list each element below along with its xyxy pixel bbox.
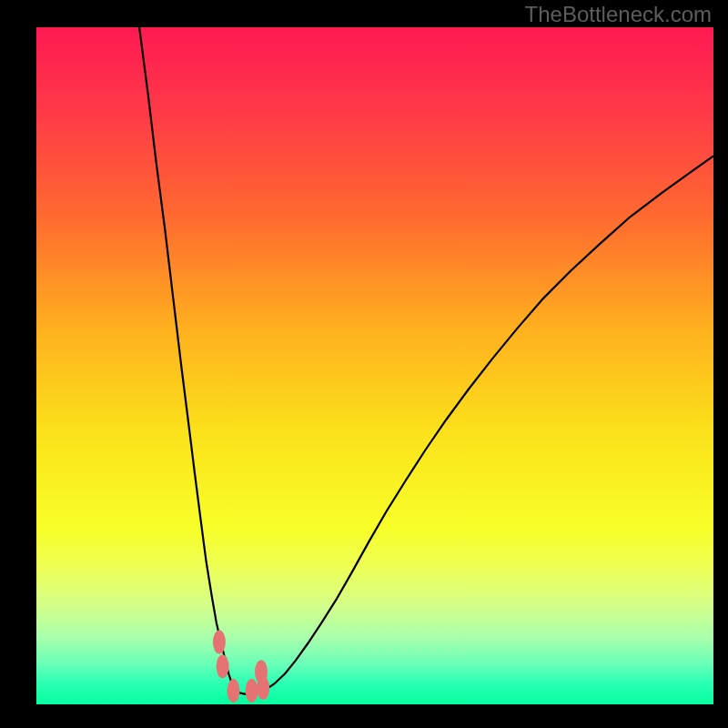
bottleneck-curve: [139, 27, 713, 694]
plot-area: [36, 27, 713, 704]
highlight-marker: [217, 654, 229, 678]
watermark-text: TheBottleneck.com: [525, 2, 712, 27]
highlight-marker: [213, 631, 226, 654]
highlight-marker: [255, 660, 268, 683]
chart-frame: TheBottleneck.com: [0, 0, 728, 728]
highlight-marker: [228, 679, 240, 703]
highlight-marker: [246, 679, 258, 703]
chart-svg: [36, 27, 713, 704]
